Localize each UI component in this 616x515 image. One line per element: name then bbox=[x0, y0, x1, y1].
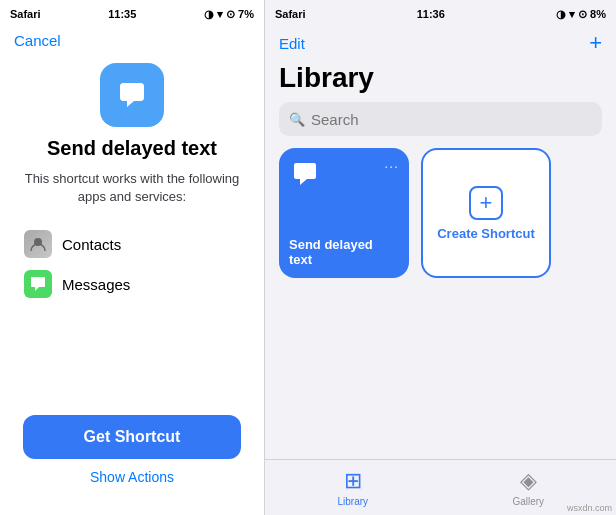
shortcuts-grid: ··· Send delayed text + Create Shortcut bbox=[265, 148, 616, 278]
send-delayed-text-card[interactable]: ··· Send delayed text bbox=[279, 148, 409, 278]
card-label: Send delayed text bbox=[289, 237, 399, 268]
search-input[interactable] bbox=[311, 111, 592, 128]
library-tab-icon: ⊞ bbox=[344, 468, 362, 494]
get-shortcut-button[interactable]: Get Shortcut bbox=[23, 415, 241, 459]
create-shortcut-card[interactable]: + Create Shortcut bbox=[421, 148, 551, 278]
add-button[interactable]: + bbox=[589, 30, 602, 56]
right-time: 11:36 bbox=[417, 8, 445, 20]
create-plus-icon: + bbox=[469, 186, 503, 220]
messages-label: Messages bbox=[62, 276, 130, 293]
left-nav: Cancel bbox=[0, 28, 264, 53]
left-bottom-actions: Get Shortcut Show Actions bbox=[0, 415, 264, 485]
right-status-icons: ◑ ▾ ⊙ 8% bbox=[556, 8, 606, 21]
left-carrier: Safari bbox=[10, 8, 41, 20]
apps-list: Contacts Messages bbox=[0, 206, 264, 304]
search-icon: 🔍 bbox=[289, 112, 305, 127]
search-bar[interactable]: 🔍 bbox=[279, 102, 602, 136]
gallery-tab-label: Gallery bbox=[512, 496, 544, 507]
show-actions-button[interactable]: Show Actions bbox=[90, 469, 174, 485]
card-menu-icon: ··· bbox=[384, 158, 399, 174]
right-panel: Safari 11:36 ◑ ▾ ⊙ 8% Edit + Library 🔍 ·… bbox=[265, 0, 616, 515]
watermark: wsxdn.com bbox=[567, 503, 612, 513]
message-bubble-icon bbox=[113, 76, 151, 114]
library-tab-label: Library bbox=[337, 496, 368, 507]
shortcut-icon-display bbox=[100, 63, 164, 127]
tab-bar: ⊞ Library ◈ Gallery bbox=[265, 459, 616, 515]
left-status-icons: ◑ ▾ ⊙ 7% bbox=[204, 8, 254, 21]
left-time: 11:35 bbox=[108, 8, 136, 20]
app-item-contacts: Contacts bbox=[24, 224, 240, 264]
card-top: ··· bbox=[289, 158, 399, 190]
app-item-messages: Messages bbox=[24, 264, 240, 304]
edit-button[interactable]: Edit bbox=[279, 35, 305, 52]
tab-library[interactable]: ⊞ Library bbox=[265, 468, 441, 507]
gallery-tab-icon: ◈ bbox=[520, 468, 537, 494]
right-nav: Edit + bbox=[265, 28, 616, 62]
right-carrier: Safari bbox=[275, 8, 306, 20]
card-bubble-icon bbox=[291, 160, 319, 188]
tab-gallery[interactable]: ◈ Gallery bbox=[441, 468, 617, 507]
left-panel: Safari 11:35 ◑ ▾ ⊙ 7% Cancel Send delaye… bbox=[0, 0, 265, 515]
messages-icon bbox=[24, 270, 52, 298]
left-status-bar: Safari 11:35 ◑ ▾ ⊙ 7% bbox=[0, 0, 264, 28]
contacts-label: Contacts bbox=[62, 236, 121, 253]
messages-app-icon bbox=[29, 275, 47, 293]
create-shortcut-label: Create Shortcut bbox=[437, 226, 535, 241]
contacts-icon bbox=[24, 230, 52, 258]
cancel-button[interactable]: Cancel bbox=[14, 32, 61, 49]
shortcut-description: This shortcut works with the following a… bbox=[0, 170, 264, 206]
shortcut-title: Send delayed text bbox=[27, 137, 237, 160]
contacts-app-icon bbox=[29, 235, 47, 253]
card-message-icon bbox=[289, 158, 321, 190]
library-title: Library bbox=[265, 62, 616, 102]
right-status-bar: Safari 11:36 ◑ ▾ ⊙ 8% bbox=[265, 0, 616, 28]
